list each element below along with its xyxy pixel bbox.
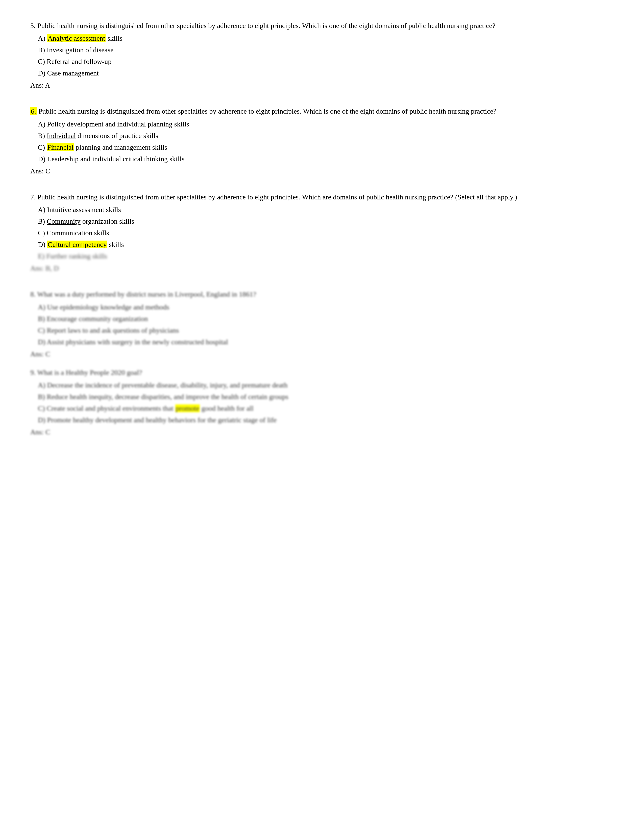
option-6c: C) Financial planning and management ski…: [38, 142, 614, 153]
highlight-6c: Financial: [47, 143, 74, 151]
highlight-7d: Cultural competency: [47, 241, 107, 248]
blurred-q8-text: 8. What was a duty performed by district…: [30, 289, 614, 300]
option-7e: E) Further ranking skills: [38, 251, 614, 262]
blurred-q9-a: A) Decrease the incidence of preventable…: [38, 380, 614, 391]
question-5: 5. Public health nursing is distinguishe…: [30, 20, 614, 91]
blurred-q9-d: D) Promote healthy development and healt…: [38, 415, 614, 425]
question-5-number: 5.: [30, 22, 37, 29]
blurred-q8-ans: Ans: C: [30, 349, 614, 359]
option-7a: A) Intuitive assessment skills: [38, 204, 614, 215]
blurred-q9-c: C) Create social and physical environmen…: [38, 403, 614, 414]
question-6: 6. Public health nursing is distinguishe…: [30, 106, 614, 176]
question-7-text: 7. Public health nursing is distinguishe…: [30, 191, 614, 203]
blurred-question-9: 9. What is a Healthy People 2020 goal? A…: [30, 367, 614, 437]
option-6a: A) Policy development and individual pla…: [38, 119, 614, 130]
blurred-q9-ans: Ans: C: [30, 427, 614, 437]
blurred-question-8: 8. What was a duty performed by district…: [30, 289, 614, 359]
option-6b: B) Individual dimensions of practice ski…: [38, 130, 614, 141]
blurred-q9-text: 9. What is a Healthy People 2020 goal?: [30, 367, 614, 378]
answer-6: Ans: C: [30, 166, 614, 177]
option-6d: D) Leadership and individual critical th…: [38, 154, 614, 164]
question-6-text: 6. Public health nursing is distinguishe…: [30, 106, 614, 117]
question-7: 7. Public health nursing is distinguishe…: [30, 191, 614, 273]
blurred-q8-b: B) Encourage community organization: [38, 314, 614, 324]
highlight-5a: Analytic assessment: [47, 34, 106, 42]
option-5c: C) Referral and follow-up: [38, 56, 614, 67]
option-5d: D) Case management: [38, 68, 614, 79]
option-7c: C) Communication skills: [38, 228, 614, 238]
question-6-number: 6.: [30, 107, 37, 115]
option-7d: D) Cultural competency skills: [38, 239, 614, 250]
blurred-q8-a: A) Use epidemiology knowledge and method…: [38, 302, 614, 312]
option-5b: B) Investigation of disease: [38, 45, 614, 55]
answer-7: Ans: B, D: [30, 263, 614, 273]
answer-5: Ans: A: [30, 80, 614, 91]
blurred-q8-c: C) Report laws to and ask questions of p…: [38, 325, 614, 336]
option-5a: A) Analytic assessment skills: [38, 33, 614, 43]
question-5-text: 5. Public health nursing is distinguishe…: [30, 20, 614, 31]
option-7b: B) Community organization skills: [38, 216, 614, 227]
blurred-q9-b: B) Reduce health inequity, decrease disp…: [38, 391, 614, 402]
blurred-q8-d: D) Assist physicians with surgery in the…: [38, 337, 614, 347]
